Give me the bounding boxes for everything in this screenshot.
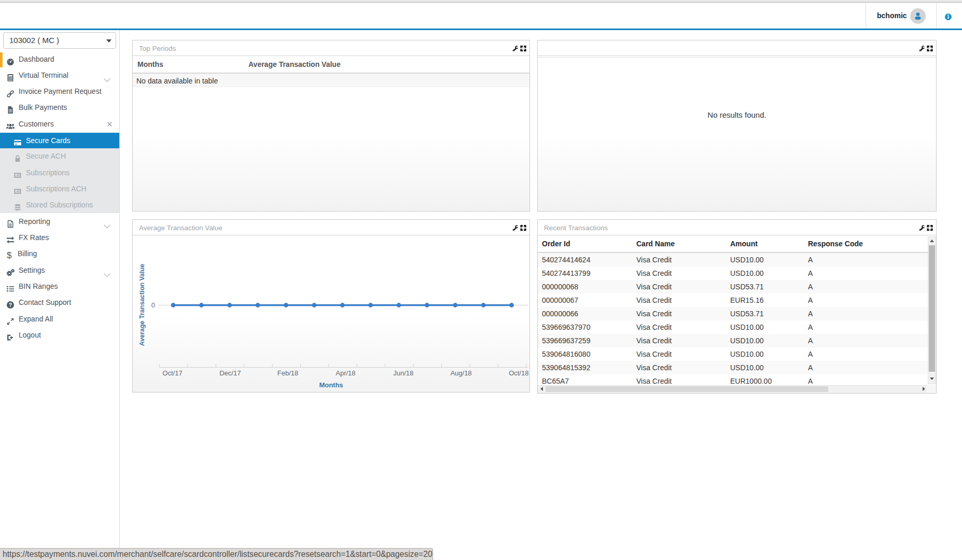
svg-text:Jun/18: Jun/18 xyxy=(393,369,413,377)
svg-text:Oct/18: Oct/18 xyxy=(509,369,528,377)
svg-text:Aug/18: Aug/18 xyxy=(450,369,471,377)
svg-text:Feb/18: Feb/18 xyxy=(277,369,298,377)
svg-text:0: 0 xyxy=(151,301,155,309)
svg-text:Oct/17: Oct/17 xyxy=(162,369,182,377)
svg-text:?: ? xyxy=(9,302,12,308)
svg-text:Apr/18: Apr/18 xyxy=(336,369,355,377)
svg-text:Dec/17: Dec/17 xyxy=(219,369,241,377)
svg-text:Average Transaction Value: Average Transaction Value xyxy=(138,264,146,346)
